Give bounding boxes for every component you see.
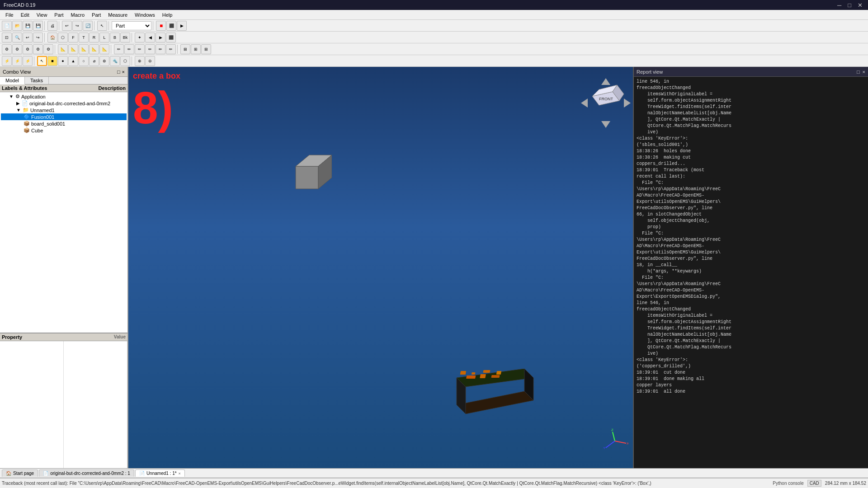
rotate-right-button[interactable]: ↪	[33, 33, 43, 42]
rotate-left-button[interactable]: ↩	[23, 33, 33, 42]
tree-item-original[interactable]: ▶ 📄 original-but-drc-corrected-and-0mm2	[1, 100, 127, 107]
combo-float-button[interactable]: □	[117, 69, 120, 75]
viewport[interactable]: create a box 8)	[128, 67, 633, 468]
menu-macro[interactable]: Macro	[67, 11, 89, 19]
menu-part[interactable]: Part	[51, 11, 67, 19]
report-close-button[interactable]: ×	[863, 69, 865, 75]
prim-btn1[interactable]: ■	[47, 56, 57, 66]
view-top-button[interactable]: T	[79, 33, 89, 42]
group-button[interactable]: ⬛	[166, 33, 176, 42]
refresh-button[interactable]: 🔄	[83, 21, 93, 31]
combo-close-button[interactable]: ×	[122, 69, 125, 75]
tool4-btn3[interactable]: ⚡	[23, 56, 33, 66]
tree-label-board-solid001: board_solid001	[31, 121, 65, 127]
tab-unnamed1[interactable]: 📄 Unnamed1 : 1* ×	[135, 469, 185, 477]
draw-btn6[interactable]: ✏	[166, 44, 176, 54]
snap-btn2[interactable]: 📐	[68, 44, 78, 54]
menu-file[interactable]: File	[2, 11, 17, 19]
save-as-button[interactable]: 💾	[33, 21, 43, 31]
view-right-button[interactable]: R	[89, 33, 99, 42]
snap-btn3[interactable]: 📐	[79, 44, 89, 54]
tab-original-file[interactable]: 📄 original-but-drc-corrected-and-0mm2 : …	[39, 469, 134, 477]
menu-edit[interactable]: Edit	[17, 11, 33, 19]
python-console-label[interactable]: Python console	[773, 481, 803, 486]
tab-start-page[interactable]: 🏠 Start page	[2, 469, 38, 477]
part-btn4[interactable]: ⚙	[33, 44, 43, 54]
tree-item-cube[interactable]: 📦 Cube	[1, 127, 127, 134]
cursor-button[interactable]: ↖	[97, 21, 107, 31]
open-button[interactable]: 📂	[12, 21, 22, 31]
view-front-button[interactable]: F	[68, 33, 78, 42]
snap-btn5[interactable]: 📐	[99, 44, 109, 54]
report-line: h(*args, **keywargs)	[637, 268, 865, 275]
prim-btn2[interactable]: ●	[58, 56, 68, 66]
maximize-button[interactable]: □	[846, 2, 853, 9]
prim-btn7[interactable]: 🔩	[110, 56, 120, 66]
part-btn1[interactable]: ⚙	[2, 44, 12, 54]
view-home-button[interactable]: 🏠	[47, 33, 57, 42]
prim-btn3[interactable]: ▲	[68, 56, 78, 66]
play-button[interactable]: ▶	[177, 21, 187, 31]
square-button[interactable]: ⬛	[166, 21, 176, 31]
menu-part2[interactable]: Part	[88, 11, 104, 19]
draw-btn5[interactable]: ✏	[156, 44, 165, 54]
view-back-button[interactable]: Bk	[120, 33, 130, 42]
minimize-button[interactable]: ─	[835, 2, 843, 9]
select-button[interactable]: ✦	[135, 33, 145, 42]
undo-button[interactable]: ↩	[62, 21, 72, 31]
svg-text:X: X	[627, 441, 628, 446]
draw-btn3[interactable]: ✏	[135, 44, 145, 54]
tree-item-unnamed1[interactable]: ▼ 📁 Unnamed1	[1, 107, 127, 113]
prim-btn5[interactable]: ⌀	[89, 56, 99, 66]
mod-btn3[interactable]: ⊞	[201, 44, 211, 54]
bool-btn2[interactable]: ⊖	[145, 56, 155, 66]
draw-btn1[interactable]: ✏	[114, 44, 124, 54]
tab-close-button[interactable]: ×	[179, 471, 181, 476]
sep4	[108, 21, 110, 30]
tree-item-board-solid001[interactable]: 📦 board_solid001	[1, 120, 127, 127]
tool4-btn1[interactable]: ⚡	[2, 56, 12, 66]
prim-btn6[interactable]: ⊚	[99, 56, 109, 66]
mod-btn1[interactable]: ⊞	[180, 44, 190, 54]
primitives-cursor[interactable]: ↖	[37, 56, 47, 66]
zoom-fit-button[interactable]: ⊡	[2, 33, 12, 42]
workbench-selector[interactable]: Part Part Design Sketcher Draft	[112, 21, 151, 30]
close-button[interactable]: ✕	[856, 2, 864, 9]
tree-item-application[interactable]: ▼ ⚙ Application	[1, 93, 127, 100]
draw-btn2[interactable]: ✏	[124, 44, 134, 54]
tab-label-start: Start page	[13, 471, 34, 476]
tab-model[interactable]: Model	[0, 77, 25, 84]
part-btn3[interactable]: ⚙	[23, 44, 33, 54]
report-float-button[interactable]: □	[857, 69, 860, 75]
tree-item-fusion001[interactable]: 🔷 Fusion001	[1, 113, 127, 120]
mod-btn2[interactable]: ⊞	[191, 44, 201, 54]
menu-measure[interactable]: Measure	[104, 11, 131, 19]
part-btn5[interactable]: ⚙	[43, 44, 53, 54]
redo-button[interactable]: ↪	[72, 21, 82, 31]
snap-btn4[interactable]: 📐	[89, 44, 99, 54]
view-3d-button[interactable]: ⬡	[58, 33, 68, 42]
report-content[interactable]: line 546, in freecadObjectChanged itemsW…	[634, 77, 868, 468]
part-btn2[interactable]: ⚙	[12, 44, 22, 54]
snap-btn1[interactable]: 📐	[58, 44, 68, 54]
prim-btn8[interactable]: ⬡	[120, 56, 130, 66]
save-button[interactable]: 💾	[23, 21, 33, 31]
view-bottom-button[interactable]: B	[110, 33, 120, 42]
draw-btn4[interactable]: ✏	[145, 44, 155, 54]
prim-btn4[interactable]: ○	[79, 56, 89, 66]
menu-view[interactable]: View	[33, 11, 51, 19]
print-button[interactable]: 🖨	[47, 21, 57, 31]
tool4-btn2[interactable]: ⚡	[12, 56, 22, 66]
forward-button[interactable]: ▶	[156, 33, 165, 42]
bool-btn1[interactable]: ⊕	[135, 56, 145, 66]
tab-tasks[interactable]: Tasks	[25, 77, 49, 84]
view-left-button[interactable]: L	[99, 33, 109, 42]
nav-cube[interactable]: FRONT	[579, 76, 624, 121]
labels-title: Labels & Attributes	[2, 85, 47, 91]
stop-button[interactable]: ⏹	[156, 21, 166, 31]
menu-windows[interactable]: Windows	[131, 11, 159, 19]
new-file-button[interactable]: 📄	[2, 21, 12, 31]
back-button[interactable]: ◀	[145, 33, 155, 42]
menu-help[interactable]: Help	[159, 11, 176, 19]
zoom-box-button[interactable]: 🔍	[12, 33, 22, 42]
